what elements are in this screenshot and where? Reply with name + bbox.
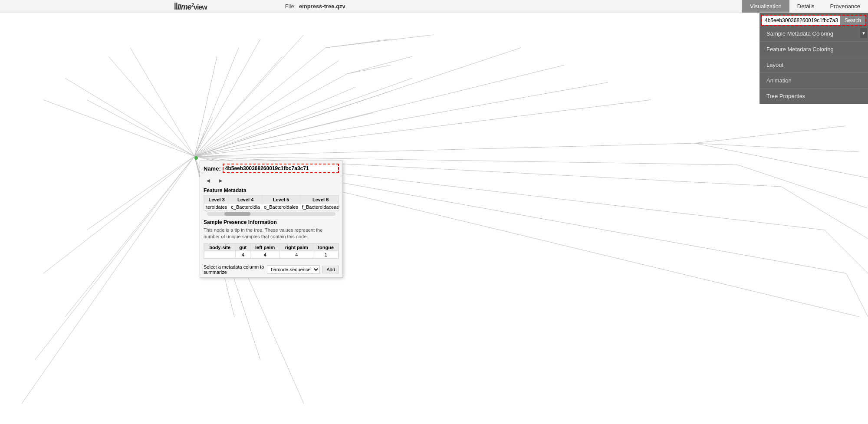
right-panel: Search ▼ Sample Metadata Coloring Featur… — [760, 13, 868, 104]
summarize-label: Select a metadata column to summarize — [204, 264, 264, 275]
svg-line-47 — [846, 273, 868, 317]
svg-line-32 — [22, 156, 194, 404]
feature-cell-l5: o_Bacteroidales — [262, 204, 300, 211]
tab-visualization[interactable]: Visualization — [742, 0, 789, 13]
dropdown-arrow-button[interactable]: ▼ — [860, 28, 867, 38]
sample-cell-right-palm: 4 — [280, 251, 313, 258]
svg-line-8 — [194, 78, 412, 156]
menu-item-layout[interactable]: Layout — [760, 57, 868, 73]
feature-table: Level 3 Level 4 Level 5 Level 6 Level 7 … — [204, 196, 339, 211]
selected-node-dot — [194, 156, 198, 160]
tab-details[interactable]: Details — [789, 0, 822, 13]
svg-line-29 — [43, 156, 194, 273]
svg-line-31 — [35, 156, 194, 360]
svg-line-41 — [694, 126, 846, 143]
feature-col-level6: Level 6 — [300, 196, 339, 204]
file-name: empress-tree.qzv — [299, 3, 345, 10]
feature-cell-l4: c_Bacteroidia — [229, 204, 262, 211]
logo-q-icon: ǁ — [174, 2, 178, 11]
sample-cell-tongue: 1 — [313, 251, 339, 258]
search-row: Search — [761, 15, 866, 26]
search-input[interactable] — [762, 16, 840, 25]
app-logo: ǁlime2view — [174, 1, 207, 12]
chevron-down-icon: ▼ — [861, 31, 866, 36]
svg-line-45 — [781, 187, 868, 239]
svg-line-51 — [326, 35, 434, 48]
sample-presence-desc: This node is a tip in the tree. These va… — [204, 227, 339, 240]
sample-table-wrapper: body-site gut left palm right palm tongu… — [204, 243, 339, 259]
feature-scrollbar[interactable] — [207, 212, 335, 216]
sample-table: body-site gut left palm right palm tongu… — [204, 243, 339, 259]
summarize-row: Select a metadata column to summarize ba… — [200, 262, 342, 277]
svg-line-49 — [347, 56, 412, 74]
popup-nav-right-button[interactable]: ► — [216, 177, 226, 184]
sample-presence-title: Sample Presence Information — [204, 219, 339, 225]
sample-col-bodysite: body-site — [204, 243, 236, 251]
summarize-add-button[interactable]: Add — [322, 266, 339, 273]
svg-line-34 — [65, 78, 194, 156]
sample-col-right-palm: right palm — [280, 243, 313, 251]
sample-cell-left-palm: 4 — [250, 251, 280, 258]
tree-canvas: Name: 4b5eeb300368260019c1fbc7a3c71 ◄ ► … — [0, 13, 868, 424]
feature-metadata-title: Feature Metadata — [204, 187, 339, 194]
svg-line-44 — [738, 165, 868, 208]
sample-col-gut: gut — [236, 243, 250, 251]
feature-cell-l3: teroidates — [204, 204, 229, 211]
feature-col-level4: Level 4 — [229, 196, 262, 204]
svg-line-43 — [694, 143, 868, 178]
svg-line-46 — [825, 230, 868, 273]
sample-table-row: 4 4 4 1 — [204, 251, 339, 258]
tab-provenance[interactable]: Provenance — [822, 0, 868, 13]
svg-line-16 — [194, 100, 651, 156]
feature-col-level3: Level 3 — [204, 196, 229, 204]
dropdown-menu: Sample Metadata Coloring Feature Metadat… — [760, 26, 868, 104]
menu-item-animation[interactable]: Animation — [760, 73, 868, 89]
node-popup: Name: 4b5eeb300368260019c1fbc7a3c71 ◄ ► … — [200, 161, 343, 278]
feature-table-row: teroidates c_Bacteroidia o_Bacteroidales… — [204, 204, 339, 211]
svg-line-15 — [194, 82, 608, 156]
svg-line-14 — [194, 65, 564, 156]
tree-svg — [0, 13, 868, 424]
svg-line-48 — [347, 65, 391, 74]
feature-metadata-section: Feature Metadata Level 3 Level 4 Level 5… — [200, 185, 342, 216]
svg-line-37 — [130, 48, 194, 156]
feature-col-level5: Level 5 — [262, 196, 300, 204]
svg-line-3 — [194, 74, 347, 156]
svg-line-2 — [194, 61, 339, 156]
sample-col-left-palm: left palm — [250, 243, 280, 251]
feature-table-wrapper: Level 3 Level 4 Level 5 Level 6 Level 7 … — [204, 195, 339, 211]
svg-line-42 — [694, 143, 859, 152]
feature-scroll-thumb[interactable] — [224, 212, 250, 216]
logo-view-text: view — [194, 3, 207, 11]
sample-cell-label — [204, 251, 236, 258]
svg-line-28 — [87, 156, 194, 230]
popup-nav-left-button[interactable]: ◄ — [204, 177, 213, 184]
search-button[interactable]: Search — [840, 16, 865, 25]
node-name-value: 4b5eeb300368260019c1fbc7a3c71 — [223, 164, 339, 173]
node-name-label: Name: — [204, 165, 221, 172]
svg-line-30 — [65, 156, 194, 317]
sample-cell-gut: 4 — [236, 251, 250, 258]
summarize-select[interactable]: barcode-sequence — [267, 265, 320, 274]
menu-item-tree-properties[interactable]: Tree Properties — [760, 89, 868, 104]
feature-cell-l6: f_Bacteroidaceae — [300, 204, 339, 211]
svg-line-33 — [87, 100, 194, 156]
file-label: File: empress-tree.qzv — [285, 3, 345, 10]
sample-presence-section: Sample Presence Information This node is… — [200, 217, 342, 262]
svg-line-12 — [194, 56, 282, 156]
nav-tabs: Visualization Details Provenance — [742, 0, 868, 13]
menu-item-feature-metadata-coloring[interactable]: Feature Metadata Coloring — [760, 42, 868, 57]
svg-line-17 — [194, 143, 694, 156]
node-popup-header: Name: 4b5eeb300368260019c1fbc7a3c71 — [200, 161, 342, 176]
logo-lime-text: lime — [178, 3, 191, 11]
file-prefix: File: — [285, 3, 296, 10]
menu-item-sample-metadata-coloring[interactable]: Sample Metadata Coloring — [760, 26, 868, 42]
svg-line-35 — [43, 100, 194, 156]
popup-nav: ◄ ► — [200, 176, 342, 185]
svg-line-36 — [108, 56, 194, 156]
header: ǁlime2view File: empress-tree.qzv Visual… — [0, 0, 868, 13]
svg-line-11 — [194, 56, 217, 156]
sample-col-tongue: tongue — [313, 243, 339, 251]
